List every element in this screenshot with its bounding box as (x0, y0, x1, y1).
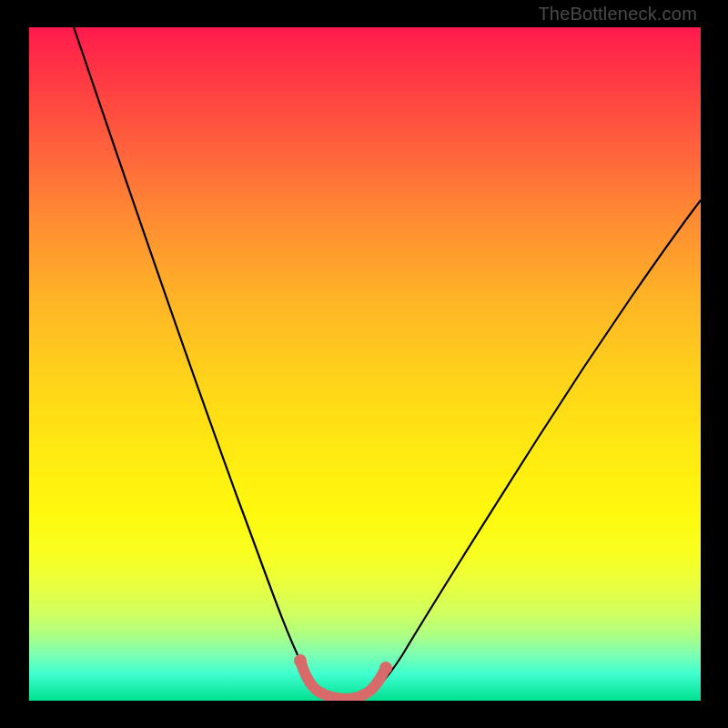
bottleneck-curve (69, 27, 701, 696)
plot-area (29, 27, 701, 701)
watermark-text: TheBottleneck.com (538, 4, 697, 25)
bottleneck-curve-svg (29, 27, 701, 701)
highlight-dot-right (379, 662, 392, 674)
highlight-arc (300, 661, 386, 699)
chart-frame: TheBottleneck.com (0, 0, 728, 728)
highlight-dot-left (294, 654, 307, 667)
